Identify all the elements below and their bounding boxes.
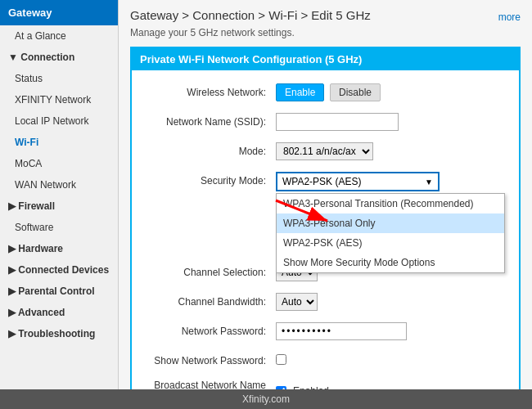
sidebar-item-local-ip[interactable]: Local IP Network — [0, 110, 118, 132]
mode-control: 802.11 a/n/ac/ax802.11 a/n/ac802.11 a/n8… — [276, 142, 506, 160]
sidebar-section-advanced[interactable]: ▶ Advanced — [0, 302, 118, 323]
sidebar-item-status[interactable]: Status — [0, 68, 118, 89]
sidebar-item-wan-network[interactable]: WAN Network — [0, 174, 118, 196]
dropdown-option-1[interactable]: WPA3-Personal Only — [277, 213, 504, 233]
sidebar-section-hardware[interactable]: ▶ Hardware — [0, 238, 118, 259]
sidebar-header[interactable]: Gateway — [0, 0, 118, 25]
mode-label: Mode: — [145, 146, 276, 157]
sidebar-item-moca[interactable]: MoCA — [0, 153, 118, 174]
security-mode-label: Security Mode: — [145, 172, 276, 187]
sidebar-section-connection[interactable]: ▼ Connection — [0, 47, 118, 68]
dropdown-option-2[interactable]: WPA2-PSK (AES) — [277, 233, 504, 253]
sidebar-item-at-a-glance[interactable]: At a Glance — [0, 25, 118, 47]
mode-select[interactable]: 802.11 a/n/ac/ax802.11 a/n/ac802.11 a/n8… — [276, 142, 373, 160]
disable-button[interactable]: Disable — [330, 83, 381, 101]
channel-bandwidth-select[interactable]: Auto — [276, 293, 318, 311]
broadcast-enabled: Enabled — [276, 385, 329, 389]
parental-arrow: ▶ — [8, 285, 16, 297]
wireless-network-label: Wireless Network: — [145, 87, 276, 98]
more-link[interactable]: more — [498, 11, 521, 23]
broadcast-label: Broadcast Network Name (SSID): — [145, 380, 276, 389]
enable-button[interactable]: Enable — [276, 83, 324, 101]
broadcast-row: Broadcast Network Name (SSID): Enabled — [145, 380, 506, 389]
network-name-control — [276, 113, 506, 131]
security-mode-row: Security Mode: WPA2-PSK (AES) ▼ WPA3-Per… — [145, 170, 506, 191]
security-mode-dropdown[interactable]: WPA2-PSK (AES) ▼ — [276, 172, 440, 191]
show-password-control — [276, 354, 506, 367]
network-password-label: Network Password: — [145, 326, 276, 337]
broadcast-enabled-text: Enabled — [293, 385, 329, 389]
sidebar-section-troubleshooting[interactable]: ▶ Troubleshooting — [0, 323, 118, 344]
config-title: Private Wi-Fi Network Configuration (5 G… — [132, 48, 519, 70]
network-password-row: Network Password: — [145, 321, 506, 342]
troubleshooting-arrow: ▶ — [8, 328, 16, 339]
network-name-input[interactable] — [276, 113, 399, 131]
sidebar-section-parental-control[interactable]: ▶ Parental Control — [0, 281, 118, 302]
sidebar-item-xfinity-network[interactable]: XFINITY Network — [0, 89, 118, 110]
config-box: Private Wi-Fi Network Configuration (5 G… — [130, 47, 521, 389]
dropdown-option-3[interactable]: Show More Security Mode Options — [277, 253, 504, 272]
footer: Xfinity.com — [0, 389, 532, 409]
sidebar-section-firewall[interactable]: ▶ Firewall — [0, 196, 118, 217]
show-password-row: Show Network Password: — [145, 350, 506, 371]
network-password-control — [276, 322, 506, 340]
show-password-checkbox[interactable] — [276, 354, 286, 365]
network-name-row: Network Name (SSID): — [145, 111, 506, 133]
security-dropdown-list: WPA3-Personal Transition (Recommended) W… — [276, 193, 505, 273]
wireless-network-row: Wireless Network: Enable Disable — [145, 82, 506, 103]
breadcrumb: Gateway > Connection > Wi-Fi > Edit 5 GH… — [130, 8, 371, 22]
advanced-arrow: ▶ — [8, 307, 16, 318]
subtitle: Manage your 5 GHz network settings. — [130, 27, 521, 38]
network-password-input[interactable] — [276, 322, 407, 340]
channel-bandwidth-control: Auto — [276, 293, 506, 311]
security-mode-value: WPA2-PSK (AES) — [282, 176, 361, 187]
broadcast-checkbox[interactable] — [276, 386, 286, 390]
mode-row: Mode: 802.11 a/n/ac/ax802.11 a/n/ac802.1… — [145, 141, 506, 162]
broadcast-control: Enabled — [276, 385, 506, 389]
show-password-label: Show Network Password: — [145, 355, 276, 366]
wireless-network-controls: Enable Disable — [276, 83, 506, 101]
sidebar-item-wifi[interactable]: Wi-Fi — [0, 132, 118, 153]
sidebar-item-software[interactable]: Software — [0, 217, 118, 238]
connected-devices-arrow: ▶ — [8, 264, 16, 276]
dropdown-arrow-icon: ▼ — [425, 178, 433, 187]
hardware-arrow: ▶ — [8, 243, 16, 254]
channel-selection-label: Channel Selection: — [145, 267, 276, 278]
security-mode-control: WPA2-PSK (AES) ▼ WPA3-Personal Transitio… — [276, 172, 506, 191]
channel-bandwidth-row: Channel Bandwidth: Auto — [145, 291, 506, 312]
dropdown-option-0[interactable]: WPA3-Personal Transition (Recommended) — [277, 194, 504, 213]
connection-arrow: ▼ — [8, 52, 18, 63]
network-name-label: Network Name (SSID): — [145, 116, 276, 128]
main-content: Gateway > Connection > Wi-Fi > Edit 5 GH… — [119, 0, 532, 389]
sidebar-section-connected-devices[interactable]: ▶ Connected Devices — [0, 259, 118, 281]
firewall-arrow: ▶ — [8, 200, 16, 212]
channel-bandwidth-label: Channel Bandwidth: — [145, 296, 276, 308]
sidebar: Gateway At a Glance ▼ Connection Status … — [0, 0, 119, 389]
